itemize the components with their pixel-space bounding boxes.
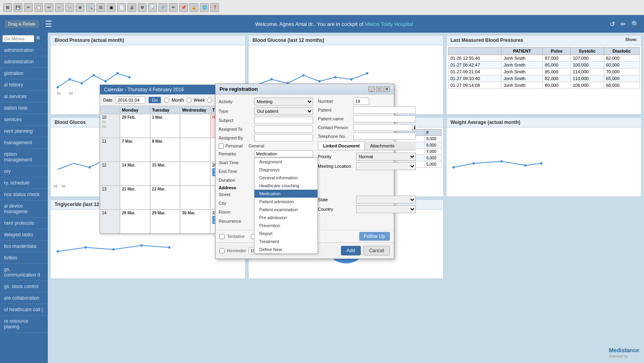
toolbar-icon-18[interactable]: 📌: [179, 3, 188, 12]
cal-cell-11-tue[interactable]: 8 Mar.: [150, 138, 180, 162]
calendar-go-button[interactable]: Go: [149, 97, 161, 103]
cal-cell-14-wed[interactable]: 30 Mar.: [180, 210, 210, 233]
cancel-button[interactable]: Cancel: [363, 246, 390, 255]
state-select[interactable]: [356, 196, 416, 204]
hospital-link[interactable]: Miklos Toldy Hospital: [365, 21, 413, 27]
tab-attachments[interactable]: Attachments: [365, 141, 399, 150]
sidebar-item-administration2[interactable]: administration: [0, 56, 48, 68]
tab-linked-document[interactable]: Linked Document: [318, 141, 365, 150]
remarks-input[interactable]: [254, 150, 313, 157]
sidebar-search-input[interactable]: [2, 35, 34, 42]
toolbar-icon-1[interactable]: ⊞: [3, 3, 12, 12]
search-icon[interactable]: 🔍: [631, 20, 639, 28]
toolbar-icon-8[interactable]: ⊕: [76, 3, 84, 12]
sidebar-item-nce-status[interactable]: nce status check: [0, 189, 48, 200]
toolbar-icon-6[interactable]: ←: [55, 3, 64, 12]
calendar-date-input[interactable]: [115, 96, 145, 104]
toolbar-icon-12[interactable]: 📄: [117, 3, 126, 12]
sidebar-item-stock[interactable]: gs, stock control: [0, 281, 48, 292]
follow-up-button[interactable]: Follow Up: [359, 232, 390, 241]
modal-maximize-btn[interactable]: □: [376, 86, 382, 92]
sidebar-item-management[interactable]: management: [0, 137, 48, 149]
assigned-to-input[interactable]: [254, 126, 313, 133]
week-radio[interactable]: [186, 98, 192, 103]
sidebar-item-services[interactable]: services: [0, 114, 48, 126]
toolbar-icon-7[interactable]: →: [65, 3, 74, 12]
patient-input[interactable]: [353, 106, 416, 114]
cal-cell-13-tue[interactable]: 22 Mar.: [150, 186, 180, 210]
menu-icon[interactable]: ☰: [45, 19, 52, 29]
sidebar-item-masterdata[interactable]: tics masterdata: [0, 241, 48, 252]
toolbar-icon-21[interactable]: ❓: [210, 3, 219, 12]
sidebar-item-protocols[interactable]: nent protocols: [0, 218, 48, 229]
dropdown-assignment[interactable]: Assignment: [254, 158, 317, 166]
drag-relate-label[interactable]: Drag & Relate: [5, 20, 39, 28]
cal-cell-11-mon[interactable]: 7 Mar.: [120, 138, 150, 162]
toolbar-icon-4[interactable]: 📋: [34, 3, 43, 12]
activity-select[interactable]: Meeting: [254, 98, 313, 106]
sidebar-item-device[interactable]: al device manageme: [0, 200, 48, 218]
sidebar-item-collaboration[interactable]: are collaboration: [0, 292, 48, 304]
meeting-location-select[interactable]: [356, 162, 416, 170]
dropdown-patient-examination[interactable]: Patient examination: [254, 206, 317, 214]
telephone-input[interactable]: [353, 133, 416, 140]
personal-checkbox[interactable]: [219, 143, 224, 149]
dropdown-healthcare[interactable]: Healthcare couching: [254, 182, 317, 190]
contact-input[interactable]: [353, 124, 412, 131]
sidebar-item-al-services[interactable]: al services: [0, 91, 48, 102]
toolbar-icon-20[interactable]: 🌐: [200, 3, 209, 12]
toolbar-icon-19[interactable]: 🔒: [190, 3, 198, 12]
month-radio[interactable]: [164, 98, 169, 103]
dropdown-pre-admission[interactable]: Pre admission: [254, 214, 317, 222]
dropdown-define-new[interactable]: Define New: [254, 245, 317, 253]
dropdown-prevention[interactable]: Prevention: [254, 222, 317, 230]
number-input[interactable]: [353, 98, 369, 105]
dropdown-patient-admission[interactable]: Patient admission: [254, 198, 317, 206]
cal-cell-13-wed[interactable]: [180, 186, 210, 210]
workweek-radio[interactable]: [207, 98, 212, 103]
cal-cell-14-mon[interactable]: 28 Mar.: [120, 210, 150, 233]
patient-name-input[interactable]: [353, 115, 416, 122]
toolbar-icon-9[interactable]: 🔍: [86, 3, 95, 12]
toolbar-icon-15[interactable]: 📊: [148, 3, 157, 12]
toolbar-icon-10[interactable]: ⊟: [96, 3, 105, 12]
priority-select[interactable]: Normal: [356, 153, 416, 161]
sidebar-item-communication[interactable]: gs, communication d: [0, 264, 48, 281]
toolbar-icon-5[interactable]: ↩: [45, 3, 53, 12]
dropdown-general-info[interactable]: General information: [254, 174, 317, 182]
toolbar-icon-13[interactable]: 🖨: [127, 3, 136, 12]
sidebar-item-prescription[interactable]: ription management: [0, 149, 48, 166]
cal-cell-10-wed[interactable]: [180, 114, 210, 138]
sidebar-search-icon[interactable]: 🔍: [36, 36, 42, 41]
country-select[interactable]: [356, 205, 416, 213]
sidebar-item-administration1[interactable]: administration: [0, 45, 48, 56]
subject-input[interactable]: [254, 117, 313, 124]
sidebar-item-resource[interactable]: re resource planing: [0, 316, 48, 333]
edit-icon[interactable]: ✏: [621, 20, 626, 28]
add-button[interactable]: Add: [341, 246, 360, 255]
sidebar-item-history[interactable]: al history: [0, 79, 48, 91]
sidebar-item-dation-note[interactable]: dation note: [0, 102, 48, 114]
cal-cell-14-tue[interactable]: 29 Mar.: [150, 210, 180, 233]
dropdown-diagnosys[interactable]: Diagnosys: [254, 166, 317, 174]
refresh-icon[interactable]: ↺: [610, 20, 615, 28]
modal-close-btn[interactable]: ✕: [384, 86, 390, 92]
cal-cell-10-mon[interactable]: 29 Feb.: [120, 114, 150, 138]
dropdown-treatment[interactable]: Treatment: [254, 237, 317, 245]
reminder-checkbox[interactable]: [219, 248, 225, 253]
sidebar-item-healthcare-call[interactable]: of healthcare call (: [0, 304, 48, 316]
assigned-by-input[interactable]: [254, 134, 313, 141]
cal-cell-12-mon[interactable]: 14 Mar.: [120, 162, 150, 186]
dropdown-medication[interactable]: Medication: [254, 190, 317, 198]
toolbar-icon-2[interactable]: 💾: [14, 3, 22, 12]
sidebar-item-ory[interactable]: ory: [0, 166, 48, 177]
cal-cell-13-mon[interactable]: 21 Mar.: [120, 186, 150, 210]
sidebar-item-activities[interactable]: tivities: [0, 252, 48, 264]
cal-cell-11-wed[interactable]: [180, 138, 210, 162]
toolbar-icon-17[interactable]: ✏: [169, 3, 178, 12]
sidebar-item-planning[interactable]: nent planning: [0, 126, 48, 137]
cal-cell-10-tue[interactable]: 1 Mar.: [150, 114, 180, 138]
sidebar-item-delayed[interactable]: delayed tasks: [0, 229, 48, 241]
tentative-checkbox[interactable]: [219, 234, 225, 239]
modal-minimize-btn[interactable]: _: [368, 86, 375, 92]
